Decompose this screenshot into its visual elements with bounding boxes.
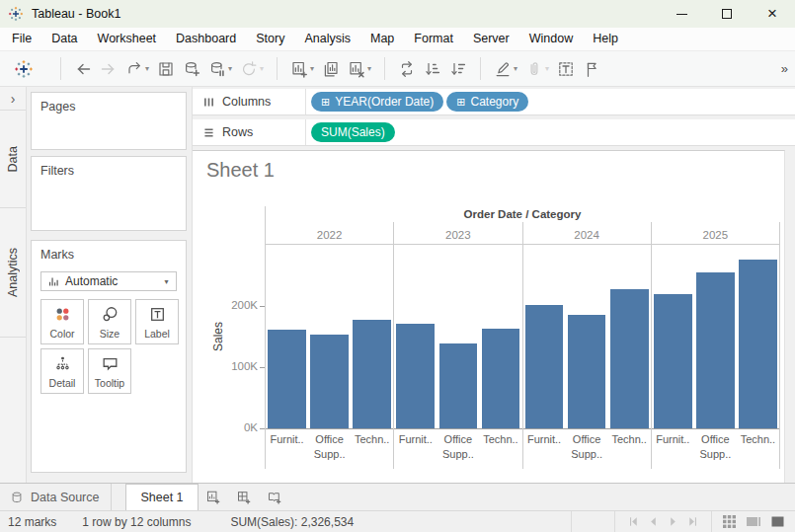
maximize-button[interactable] bbox=[704, 0, 750, 28]
presentation-mode-button[interactable] bbox=[579, 56, 604, 82]
chevron-down-icon[interactable]: ▾ bbox=[260, 65, 264, 73]
highlight-button[interactable]: ▾ bbox=[490, 56, 521, 82]
show-mark-labels-button[interactable] bbox=[553, 56, 579, 82]
tooltip-button[interactable]: Tooltip bbox=[88, 348, 131, 394]
menu-format[interactable]: Format bbox=[404, 28, 463, 50]
show-filmstrip-button[interactable] bbox=[746, 514, 761, 529]
data-source-tab[interactable]: Data Source bbox=[0, 484, 112, 510]
mark-type-dropdown[interactable]: Automatic ▾ bbox=[40, 271, 177, 291]
bar-2024-office-supplies[interactable] bbox=[568, 315, 606, 428]
sheet-1-tab[interactable]: Sheet 1 bbox=[125, 484, 198, 510]
menu-analysis[interactable]: Analysis bbox=[294, 28, 360, 50]
category-label[interactable]: Techn.. bbox=[479, 433, 521, 445]
show-sheet-sorter-button[interactable] bbox=[722, 514, 737, 529]
next-sheet-button[interactable] bbox=[667, 515, 679, 528]
menu-worksheet[interactable]: Worksheet bbox=[88, 28, 167, 50]
expand-pane-button[interactable]: › bbox=[0, 87, 26, 111]
menu-map[interactable]: Map bbox=[360, 28, 404, 50]
menu-window[interactable]: Window bbox=[519, 28, 583, 50]
bar-2023-furniture[interactable] bbox=[396, 324, 435, 428]
color-button[interactable]: Color bbox=[40, 299, 84, 344]
new-data-source-button[interactable] bbox=[179, 56, 204, 82]
pause-auto-updates-button[interactable]: ▾ bbox=[204, 56, 236, 82]
year-header[interactable]: 2025 bbox=[652, 222, 779, 245]
category-label[interactable]: Furnit.. bbox=[266, 433, 308, 445]
bar-2023-technology[interactable] bbox=[482, 329, 520, 428]
category-label[interactable]: Techn.. bbox=[351, 433, 393, 445]
category-label[interactable]: Furnit.. bbox=[394, 433, 437, 445]
chevron-down-icon[interactable]: ▾ bbox=[310, 65, 314, 73]
pill-sum-sales[interactable]: SUM(Sales) bbox=[311, 122, 395, 142]
new-worksheet-button[interactable]: ▾ bbox=[286, 56, 318, 82]
bar-2022-office-supplies[interactable] bbox=[310, 335, 349, 428]
new-dashboard-tab-button[interactable] bbox=[229, 484, 260, 510]
expand-icon[interactable]: ⊞ bbox=[456, 97, 465, 108]
category-label[interactable]: Office bbox=[566, 433, 608, 445]
pill-year-order-date[interactable]: ⊞YEAR(Order Date) bbox=[311, 92, 443, 112]
menu-story[interactable]: Story bbox=[246, 28, 294, 50]
tab-analytics[interactable]: Analytics bbox=[0, 208, 26, 338]
run-update-button[interactable]: ▾ bbox=[236, 56, 268, 82]
category-label[interactable]: Furnit.. bbox=[652, 433, 694, 445]
label-button[interactable]: Label bbox=[135, 299, 179, 344]
previous-sheet-button[interactable] bbox=[647, 515, 660, 528]
bar-2025-furniture[interactable] bbox=[654, 294, 692, 428]
category-label[interactable]: Office bbox=[437, 433, 479, 445]
category-label[interactable]: Office bbox=[308, 433, 351, 445]
show-tabs-button[interactable] bbox=[770, 514, 785, 529]
year-header[interactable]: 2022 bbox=[266, 222, 393, 245]
filters-shelf[interactable]: Filters bbox=[31, 156, 187, 231]
bar-2024-technology[interactable] bbox=[610, 289, 649, 428]
category-label[interactable]: Techn.. bbox=[737, 433, 779, 445]
bar-2023-office-supplies[interactable] bbox=[439, 343, 478, 428]
menu-data[interactable]: Data bbox=[41, 28, 87, 50]
pill-category[interactable]: ⊞Category bbox=[446, 92, 528, 112]
undo-button[interactable] bbox=[70, 56, 96, 82]
swap-rows-and-columns-button[interactable] bbox=[394, 56, 420, 82]
menu-help[interactable]: Help bbox=[583, 28, 628, 50]
bar-2024-furniture[interactable] bbox=[525, 305, 564, 428]
rows-shelf[interactable]: SUM(Sales) bbox=[306, 119, 795, 145]
year-header[interactable]: 2024 bbox=[523, 222, 651, 245]
sort-descending-button[interactable] bbox=[445, 56, 471, 82]
category-label[interactable]: Techn.. bbox=[608, 433, 651, 445]
replay-button[interactable]: ▾ bbox=[121, 56, 153, 82]
y-axis-label[interactable]: Sales bbox=[211, 322, 225, 351]
category-label-wrap[interactable]: Supp.. bbox=[652, 448, 779, 460]
redo-button[interactable] bbox=[96, 56, 121, 82]
toolbar-more-button[interactable]: » bbox=[781, 61, 788, 76]
chevron-down-icon[interactable]: ▾ bbox=[514, 65, 517, 73]
category-label-wrap[interactable]: Supp.. bbox=[523, 448, 651, 460]
year-header[interactable]: 2023 bbox=[394, 222, 521, 245]
bar-2022-technology[interactable] bbox=[353, 320, 391, 428]
chevron-down-icon[interactable]: ▾ bbox=[367, 65, 371, 73]
chevron-down-icon[interactable]: ▾ bbox=[145, 65, 149, 73]
new-worksheet-tab-button[interactable] bbox=[199, 484, 229, 510]
expand-icon[interactable]: ⊞ bbox=[321, 97, 330, 108]
chevron-down-icon[interactable]: ▾ bbox=[545, 65, 549, 73]
bar-2022-furniture[interactable] bbox=[268, 330, 306, 428]
bar-2025-technology[interactable] bbox=[739, 260, 777, 428]
tab-data[interactable]: Data bbox=[0, 111, 26, 208]
minimize-button[interactable] bbox=[659, 0, 704, 28]
new-story-tab-button[interactable] bbox=[260, 484, 290, 510]
bar-2025-office-supplies[interactable] bbox=[696, 272, 735, 428]
menu-server[interactable]: Server bbox=[463, 28, 519, 50]
category-label-wrap[interactable]: Supp.. bbox=[394, 448, 521, 460]
sort-ascending-button[interactable] bbox=[420, 56, 445, 82]
menu-dashboard[interactable]: Dashboard bbox=[166, 28, 246, 50]
first-sheet-button[interactable] bbox=[627, 515, 640, 528]
pages-shelf[interactable]: Pages bbox=[31, 92, 187, 150]
clear-sheet-button[interactable]: ▾ bbox=[344, 56, 375, 82]
menu-file[interactable]: File bbox=[2, 28, 41, 50]
size-button[interactable]: Size bbox=[88, 299, 131, 344]
last-sheet-button[interactable] bbox=[686, 515, 699, 528]
chevron-down-icon[interactable]: ▾ bbox=[228, 65, 232, 73]
category-label-wrap[interactable]: Supp.. bbox=[266, 448, 393, 460]
save-button[interactable] bbox=[153, 56, 179, 82]
detail-button[interactable]: Detail bbox=[40, 348, 84, 394]
category-label[interactable]: Furnit.. bbox=[523, 433, 566, 445]
group-members-button[interactable]: ▾ bbox=[521, 56, 553, 82]
category-label[interactable]: Office bbox=[694, 433, 737, 445]
close-button[interactable]: × bbox=[750, 0, 795, 28]
